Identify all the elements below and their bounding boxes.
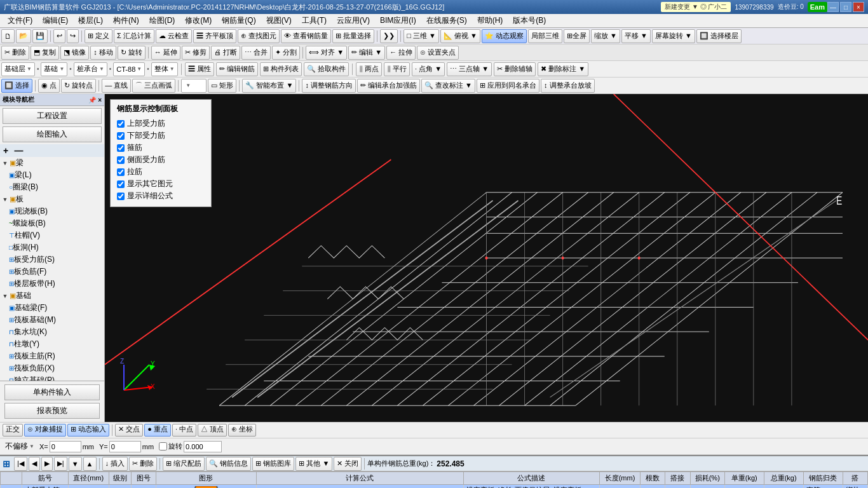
tb-edit-mod[interactable]: ✏ 编辑 ▼: [348, 46, 385, 60]
tb-edit-rebar[interactable]: ✏ 编辑钢筋: [216, 62, 258, 76]
rebar-nav-prev[interactable]: ◀: [29, 457, 40, 471]
tb-two-point[interactable]: ∥ 两点: [356, 62, 382, 76]
tb-mirror[interactable]: ⬔ 镜像: [60, 46, 89, 60]
close-button[interactable]: ×: [853, 2, 864, 12]
tb-del-mark[interactable]: ✖ 删除标注 ▼: [538, 62, 588, 76]
rebar-nav-next[interactable]: ▶: [41, 457, 53, 471]
tb-delete[interactable]: ✂ 删除: [1, 46, 29, 60]
tb-pick[interactable]: 🔍 拾取构件: [304, 62, 349, 76]
rebar-scale[interactable]: ⊞ 缩尺配筋: [163, 457, 205, 471]
x-input[interactable]: [50, 441, 81, 452]
tb-smart-layout[interactable]: 🔧 智能布置 ▼: [242, 79, 296, 93]
menu-cloud[interactable]: 云应用(V): [332, 14, 375, 27]
unit-input-btn[interactable]: 单构件输入: [4, 384, 100, 400]
tb-three-axis[interactable]: ⋯ 三点轴 ▼: [447, 62, 492, 76]
engineering-settings-btn[interactable]: 工程设置: [3, 108, 102, 124]
tb-move[interactable]: ↕ 移动: [90, 46, 116, 60]
tb-zoom[interactable]: 缩放 ▼: [591, 29, 620, 43]
sidebar-item-ring[interactable]: ○ 圈梁(B): [8, 181, 104, 193]
tb-rotate[interactable]: 屏幕旋转 ▼: [652, 29, 695, 43]
tb-batch[interactable]: ⊞ 批量选择: [332, 29, 374, 43]
rebar-nav-down[interactable]: ▼: [69, 457, 82, 471]
tb-align[interactable]: ⟺ 对齐 ▼: [306, 46, 347, 60]
rebar-table-container[interactable]: 筋号 直径(mm) 级别 图号 图形 计算公式 公式描述 长度(mm) 根数 搭…: [0, 471, 868, 488]
sidebar-item-floor-strip[interactable]: ⊞ 楼层板带(H): [8, 278, 104, 290]
sidebar-item-found-beam[interactable]: ▣ 基础梁(F): [8, 302, 104, 314]
tb-open[interactable]: 📂: [16, 29, 31, 43]
tb-new[interactable]: 🗋: [1, 29, 15, 43]
sidebar-item-raft-neg[interactable]: ⊞ 筏板负筋(X): [8, 362, 104, 374]
y-input[interactable]: [109, 441, 141, 452]
tb-del-aux[interactable]: ✂ 删除辅轴: [494, 62, 536, 76]
tb-parallel[interactable]: ∥ 平行: [384, 62, 410, 76]
tb-save[interactable]: 💾: [32, 29, 48, 43]
check-tie-input[interactable]: [117, 168, 125, 176]
tb-partial3d[interactable]: 局部三维: [528, 29, 562, 43]
rebar-insert[interactable]: ↓ 插入: [102, 457, 128, 471]
tb-edit-cap[interactable]: ✏ 编辑承台加强筋: [357, 79, 420, 93]
tb-fullscreen[interactable]: ⊞全屏: [564, 29, 590, 43]
tb-orbit[interactable]: ⭐ 动态观察: [482, 29, 527, 43]
sidebar-item-beam[interactable]: ▼ ▣ 梁: [0, 157, 104, 169]
tb-redo[interactable]: ↪: [67, 29, 79, 43]
snap-coord[interactable]: ⊕ 坐标: [228, 424, 256, 437]
tb-view-rebar[interactable]: 👁 查看钢筋量: [281, 29, 331, 43]
check-formula-input[interactable]: [117, 193, 125, 200]
snap-endpoint[interactable]: ● 重点: [144, 424, 171, 437]
rebar-nav-last[interactable]: ▶|: [54, 457, 67, 471]
tb-define[interactable]: ⊞ 定义: [85, 29, 112, 43]
sidebar-item-raft[interactable]: ⊞ 筏板基础(M): [8, 314, 104, 326]
check-side-rebar-input[interactable]: [117, 156, 125, 164]
check-bottom-rebar-input[interactable]: [117, 132, 125, 140]
sidebar-item-neg-rebar[interactable]: ⊞ 板负筋(F): [8, 266, 104, 278]
tb-undo[interactable]: ↩: [53, 29, 65, 43]
check-stirrup-input[interactable]: [117, 144, 125, 152]
menu-view[interactable]: 视图(V): [261, 14, 297, 27]
tb-point[interactable]: ◉ 点: [38, 79, 60, 93]
menu-bim[interactable]: BIM应用(I): [375, 14, 421, 27]
tb-check-mark[interactable]: 🔍 查改标注 ▼: [421, 79, 475, 93]
tb-cloud-check[interactable]: ☁ 云检查: [156, 29, 192, 43]
tb-adjust-dir[interactable]: ↕ 调整钢筋方向: [302, 79, 356, 93]
menu-floor[interactable]: 楼层(L): [73, 14, 108, 27]
tb-properties[interactable]: ☰ 属性: [185, 62, 214, 76]
viewport-3d[interactable]: 钢筋显示控制面板 上部受力筋 下部受力筋 箍筋 侧面受力筋 拉筋: [105, 94, 868, 422]
sidebar-item-spiral-slab[interactable]: ~ 螺旋板(B): [8, 217, 104, 229]
tb-rotate-point[interactable]: ↻ 旋转点: [61, 79, 96, 93]
sidebar-item-plate-rebar[interactable]: ⊞ 板受力筋(S): [8, 254, 104, 266]
tb-stretch[interactable]: ← 拉伸: [386, 46, 416, 60]
table-row[interactable]: 1* 上部受力筋 20 Φ 629 860 2520 8: [1, 485, 868, 489]
tb-apply-same[interactable]: ⊞ 应用到同名承台: [477, 79, 539, 93]
shape-dropdown[interactable]: ▼: [181, 79, 207, 93]
check-other-elem[interactable]: 显示其它图元: [117, 179, 205, 189]
tb-rotate2[interactable]: ↻ 旋转: [118, 46, 146, 60]
menu-tools[interactable]: 工具(T): [297, 14, 332, 27]
menu-modify[interactable]: 修改(M): [180, 14, 217, 27]
sidebar-pin[interactable]: 📌 ×: [88, 97, 102, 104]
tb-merge[interactable]: ⋯ 合并: [241, 46, 271, 60]
sidebar-item-hole[interactable]: □ 板洞(H): [8, 241, 104, 254]
offset-arrow[interactable]: ▼: [29, 444, 34, 449]
menu-help[interactable]: 帮助(H): [472, 14, 508, 27]
check-tie[interactable]: 拉筋: [117, 166, 205, 177]
tb-setgrip[interactable]: ⊙ 设置夹点: [417, 46, 459, 60]
tb-split[interactable]: ✦ 分割: [272, 46, 300, 60]
check-top-rebar[interactable]: 上部受力筋: [117, 118, 205, 129]
snap-ortho[interactable]: 正交: [3, 424, 23, 437]
check-bottom-rebar[interactable]: 下部受力筋: [117, 130, 205, 141]
rotate-checkbox[interactable]: [159, 442, 167, 451]
menu-online[interactable]: 在线服务(S): [421, 14, 472, 27]
sidebar-minus[interactable]: —: [13, 146, 25, 156]
rebar-nav-up[interactable]: ▲: [83, 457, 97, 471]
tb-arc[interactable]: ⌒ 三点画弧: [132, 79, 175, 93]
offset-dropdown[interactable]: 不偏移 ▼: [5, 441, 34, 452]
rebar-close[interactable]: ✕ 关闭: [334, 457, 362, 471]
snap-intersection[interactable]: ✕ 交点: [115, 424, 143, 437]
sidebar-item-liang[interactable]: ▣ 梁(L): [8, 169, 104, 181]
report-btn[interactable]: 报表预览: [4, 403, 100, 419]
snap-vertex[interactable]: △ 顶点: [198, 424, 227, 437]
snap-object[interactable]: ⊙ 对象捕捉: [24, 424, 66, 437]
tb-point-angle[interactable]: · 点角 ▼: [412, 62, 445, 76]
menu-edit[interactable]: 编辑(E): [37, 14, 73, 27]
sidebar-item-foundation[interactable]: ▼ ▣ 基础: [0, 290, 104, 302]
